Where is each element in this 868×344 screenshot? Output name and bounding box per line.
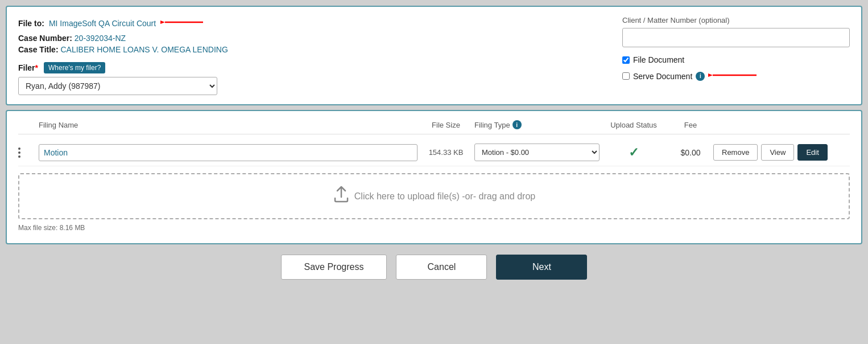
file-to-value: MI ImageSoft QA Circuit Court: [49, 19, 156, 28]
save-progress-button[interactable]: Save Progress: [281, 255, 387, 280]
case-number-label: Case Number:: [18, 34, 72, 43]
fee-header: Fee: [668, 121, 713, 129]
client-matter-input[interactable]: [622, 28, 850, 47]
upload-status-cell: ✓: [600, 145, 668, 160]
file-size-header: File Size: [418, 121, 474, 129]
file-to-row: File to: MI ImageSoft QA Circuit Court: [18, 16, 611, 30]
table-header: Filing Name File Size Filing Type i Uplo…: [18, 120, 850, 134]
case-title-label: Case Title:: [18, 45, 59, 54]
filing-type-info-icon[interactable]: i: [512, 120, 522, 129]
serve-document-row: Serve Document i: [622, 69, 850, 83]
filer-row: Filer* Where's my filer?: [18, 62, 611, 73]
view-button[interactable]: View: [761, 144, 794, 161]
serve-document-info-icon[interactable]: i: [696, 72, 705, 81]
actions-cell: Remove View Edit: [713, 144, 850, 161]
filing-name-header: Filing Name: [39, 121, 418, 129]
filer-label: Filer*: [18, 63, 38, 72]
serve-red-arrow-icon: [708, 69, 759, 83]
footer: Save Progress Cancel Next: [6, 249, 862, 285]
filing-name-input[interactable]: [39, 144, 418, 161]
edit-button[interactable]: Edit: [797, 144, 827, 161]
upload-status-header: Upload Status: [600, 121, 668, 129]
file-document-checkbox[interactable]: [622, 56, 630, 64]
required-star: *: [35, 63, 38, 72]
serve-arrow-container: Serve Document i: [633, 69, 759, 83]
top-right-info: Client / Matter Number (optional) File D…: [611, 16, 850, 88]
case-number-value: 20-392034-NZ: [75, 34, 126, 43]
next-button[interactable]: Next: [496, 255, 587, 280]
serve-document-checkbox[interactable]: [622, 72, 630, 80]
wheres-my-filer-button[interactable]: Where's my filer?: [44, 62, 105, 73]
upload-area-text: Click here to upload file(s) -or- drag a…: [354, 191, 535, 202]
file-size-cell: 154.33 KB: [418, 148, 474, 157]
fee-value: $0.00: [668, 148, 713, 157]
max-file-size-label: Max file size: 8.16 MB: [18, 224, 850, 232]
upload-icon: [333, 186, 350, 207]
serve-document-label: Serve Document: [633, 72, 692, 81]
file-to-label: File to:: [18, 19, 44, 28]
filing-type-select[interactable]: Motion - $0.00: [474, 144, 600, 161]
upload-success-icon: ✓: [629, 145, 639, 159]
top-left-info: File to: MI ImageSoft QA Circuit Court C…: [18, 16, 611, 95]
file-size-value: 154.33 KB: [418, 148, 474, 157]
file-document-row: File Document: [622, 55, 850, 64]
file-document-label: File Document: [633, 55, 684, 64]
red-arrow-icon: [160, 16, 206, 30]
case-number-row: Case Number: 20-392034-NZ: [18, 34, 611, 43]
filing-type-cell: Motion - $0.00: [474, 144, 600, 161]
filing-type-header: Filing Type i: [474, 120, 600, 129]
cancel-button[interactable]: Cancel: [396, 255, 487, 280]
drag-handle[interactable]: [18, 148, 39, 158]
filing-name-cell: [39, 144, 418, 161]
top-panel: File to: MI ImageSoft QA Circuit Court C…: [6, 6, 862, 105]
filer-select[interactable]: Ryan, Addy (987987): [18, 77, 217, 95]
client-matter-label: Client / Matter Number (optional): [622, 16, 850, 24]
file-table: Filing Name File Size Filing Type i Uplo…: [18, 120, 850, 166]
remove-button[interactable]: Remove: [713, 144, 758, 161]
three-dots-icon: [18, 148, 39, 158]
case-title-row: Case Title: CALIBER HOME LOANS V. OMEGA …: [18, 45, 611, 54]
case-title-value: CALIBER HOME LOANS V. OMEGA LENDING: [60, 45, 228, 54]
table-row: 154.33 KB Motion - $0.00 ✓ $0.00 Remove …: [18, 139, 850, 166]
fee-cell: $0.00: [668, 148, 713, 157]
bottom-panel: Filing Name File Size Filing Type i Uplo…: [6, 110, 862, 244]
upload-area[interactable]: Click here to upload file(s) -or- drag a…: [18, 173, 850, 219]
